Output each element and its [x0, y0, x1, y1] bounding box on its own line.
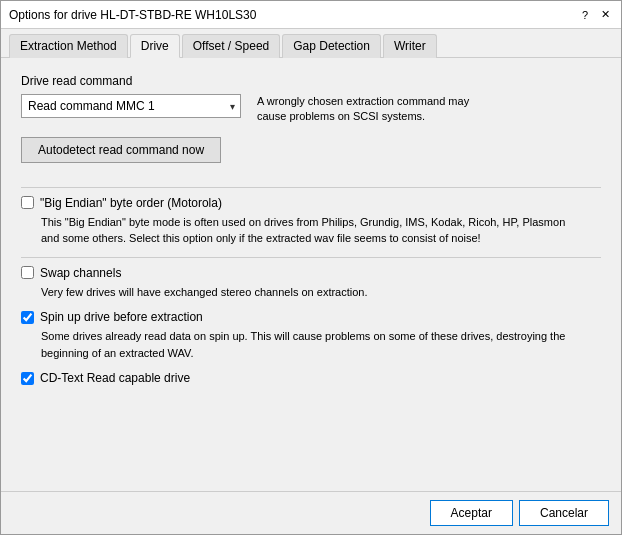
- swap-channels-description: Very few drives will have exchanged ster…: [41, 284, 581, 301]
- help-button[interactable]: ?: [577, 7, 593, 23]
- tab-offset-speed[interactable]: Offset / Speed: [182, 34, 281, 58]
- cd-text-row: CD-Text Read capable drive: [21, 371, 601, 385]
- drive-read-row: Read command MMC 1 Read command MMC 2 Re…: [21, 94, 601, 125]
- cancel-button[interactable]: Cancelar: [519, 500, 609, 526]
- drive-read-select-wrap: Read command MMC 1 Read command MMC 2 Re…: [21, 94, 241, 118]
- title-bar: Options for drive HL-DT-STBD-RE WH10LS30…: [1, 1, 621, 29]
- cd-text-checkbox[interactable]: [21, 372, 34, 385]
- autodetect-button[interactable]: Autodetect read command now: [21, 137, 221, 163]
- spin-up-description: Some drives already read data on spin up…: [41, 328, 581, 361]
- drive-read-select[interactable]: Read command MMC 1 Read command MMC 2 Re…: [21, 94, 241, 118]
- close-button[interactable]: ✕: [597, 7, 613, 23]
- main-content: Drive read command Read command MMC 1 Re…: [1, 58, 621, 491]
- tab-bar: Extraction Method Drive Offset / Speed G…: [1, 29, 621, 58]
- dialog-title: Options for drive HL-DT-STBD-RE WH10LS30: [9, 8, 256, 22]
- swap-channels-row: Swap channels: [21, 266, 601, 280]
- big-endian-description: This "Big Endian" byte mode is often use…: [41, 214, 581, 247]
- tab-gap-detection[interactable]: Gap Detection: [282, 34, 381, 58]
- tab-drive[interactable]: Drive: [130, 34, 180, 58]
- big-endian-checkbox[interactable]: [21, 196, 34, 209]
- accept-button[interactable]: Aceptar: [430, 500, 513, 526]
- divider-2: [21, 257, 601, 258]
- big-endian-label[interactable]: "Big Endian" byte order (Motorola): [40, 196, 222, 210]
- drive-read-label: Drive read command: [21, 74, 601, 88]
- cd-text-label[interactable]: CD-Text Read capable drive: [40, 371, 190, 385]
- tab-extraction-method[interactable]: Extraction Method: [9, 34, 128, 58]
- title-bar-controls: ? ✕: [577, 7, 613, 23]
- big-endian-row: "Big Endian" byte order (Motorola): [21, 196, 601, 210]
- spin-up-checkbox[interactable]: [21, 311, 34, 324]
- tab-writer[interactable]: Writer: [383, 34, 437, 58]
- swap-channels-checkbox[interactable]: [21, 266, 34, 279]
- dialog-footer: Aceptar Cancelar: [1, 491, 621, 534]
- divider-1: [21, 187, 601, 188]
- dialog: Options for drive HL-DT-STBD-RE WH10LS30…: [0, 0, 622, 535]
- swap-channels-label[interactable]: Swap channels: [40, 266, 121, 280]
- drive-hint-text: A wrongly chosen extraction command may …: [257, 94, 497, 125]
- spin-up-row: Spin up drive before extraction: [21, 310, 601, 324]
- spin-up-label[interactable]: Spin up drive before extraction: [40, 310, 203, 324]
